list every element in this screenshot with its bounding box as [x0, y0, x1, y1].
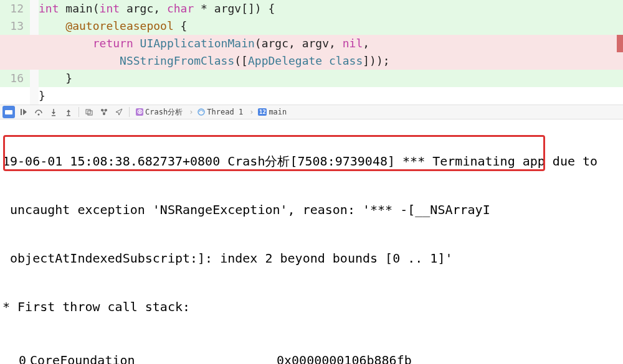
- debug-view-hierarchy-button[interactable]: [83, 106, 95, 118]
- code-editor[interactable]: 1213141516 int main(int argc, char * arg…: [0, 0, 623, 105]
- console-line: * First throw call stack:: [2, 299, 623, 315]
- code-lines[interactable]: int main(int argc, char * argv[]) { @aut…: [39, 0, 623, 105]
- code-token: class: [329, 54, 363, 67]
- code-token: (argc, argv,: [255, 37, 343, 50]
- breadcrumb-process[interactable]: ⦿ Crash分析: [133, 107, 185, 118]
- code-token: return: [93, 37, 133, 50]
- code-token: [133, 37, 140, 50]
- code-token: AppDelegate: [248, 54, 322, 67]
- breadcrumb-thread-label: Thread 1: [207, 108, 243, 116]
- thread-icon: [197, 108, 205, 116]
- code-token: {: [174, 19, 188, 32]
- code-token: argc,: [120, 2, 167, 15]
- code-token: ,: [363, 37, 369, 50]
- code-token: int: [100, 2, 120, 15]
- breadcrumb-process-label: Crash分析: [145, 107, 183, 118]
- code-token: UIApplicationMain: [140, 37, 255, 50]
- svg-rect-0: [5, 110, 12, 114]
- toolbar-separator: [129, 107, 130, 117]
- svg-marker-2: [23, 109, 27, 115]
- code-token: [39, 19, 65, 32]
- code-token: [39, 54, 120, 67]
- toggle-debug-area-button[interactable]: [2, 106, 15, 118]
- code-line[interactable]: @autoreleasepool {: [0, 17, 623, 35]
- stack-trace: 0CoreFoundation0x0000000106b886fb__excep…: [2, 347, 623, 364]
- code-token: nil: [343, 37, 363, 50]
- stack-frame-address: 0x0000000106b886fb: [277, 352, 412, 364]
- console-line: uncaught exception 'NSRangeException', r…: [2, 202, 623, 218]
- debug-console[interactable]: 19-06-01 15:08:38.682737+0800 Crash分析[75…: [0, 119, 623, 364]
- svg-rect-5: [52, 115, 55, 116]
- stack-frame-icon: 12: [258, 108, 267, 116]
- svg-rect-7: [67, 115, 70, 116]
- svg-marker-4: [52, 112, 55, 114]
- code-token: int: [39, 2, 59, 15]
- continue-button[interactable]: [17, 106, 30, 118]
- console-line: objectAtIndexedSubscript:]: index 2 beyo…: [2, 250, 623, 266]
- code-line[interactable]: NSStringFromClass([AppDelegate class]));: [0, 52, 623, 70]
- code-line[interactable]: }: [0, 70, 623, 87]
- code-token: ([: [234, 54, 248, 67]
- code-token: ]));: [363, 54, 389, 67]
- breadcrumb-frame[interactable]: 12 main: [247, 108, 289, 116]
- debug-toolbar: ⦿ Crash分析 Thread 1 12 main: [0, 105, 623, 119]
- step-into-button[interactable]: [47, 106, 60, 118]
- code-token: }: [39, 72, 72, 85]
- breadcrumb-thread[interactable]: Thread 1: [186, 108, 245, 116]
- step-over-button[interactable]: [32, 106, 45, 118]
- code-token: char: [167, 2, 194, 15]
- line-number: 16: [0, 70, 24, 87]
- code-token: }: [39, 89, 45, 102]
- line-number: 13: [0, 17, 24, 35]
- executable-icon: ⦿: [136, 108, 143, 116]
- svg-point-3: [38, 114, 40, 116]
- code-token: [322, 54, 329, 67]
- code-line[interactable]: return UIApplicationMain(argc, argv, nil…: [0, 35, 623, 52]
- svg-rect-1: [21, 109, 22, 115]
- code-token: @autoreleasepool: [65, 19, 173, 32]
- breadcrumb-frame-label: main: [269, 108, 287, 116]
- code-token: NSStringFromClass: [120, 54, 234, 67]
- debug-breadcrumb[interactable]: ⦿ Crash分析 Thread 1 12 main: [133, 107, 289, 118]
- code-token: [39, 37, 93, 50]
- stack-frame-library: CoreFoundation: [30, 352, 277, 364]
- code-token: main(: [59, 2, 100, 15]
- svg-marker-6: [67, 110, 70, 112]
- debug-memory-graph-button[interactable]: [98, 106, 110, 118]
- simulate-location-button[interactable]: [113, 106, 125, 118]
- code-token: * argv[]) {: [194, 2, 275, 15]
- code-line[interactable]: int main(int argc, char * argv[]) {: [0, 0, 623, 17]
- toolbar-separator: [78, 107, 79, 117]
- stack-frame-index: 0: [2, 352, 30, 364]
- line-number: 12: [0, 0, 24, 17]
- console-line: 19-06-01 15:08:38.682737+0800 Crash分析[75…: [2, 153, 623, 169]
- step-out-button[interactable]: [62, 106, 75, 118]
- code-line[interactable]: }: [39, 87, 623, 105]
- stack-frame: 0CoreFoundation0x0000000106b886fb: [2, 352, 623, 364]
